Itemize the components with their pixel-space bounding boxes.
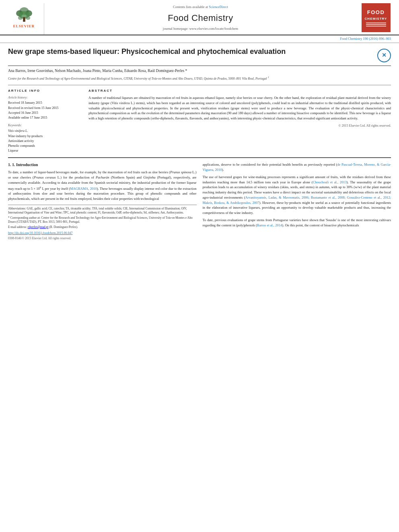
logo-decorative-lines <box>366 23 386 27</box>
svg-point-5 <box>18 16 22 20</box>
ref-depascual: de Pascual-Teresa, Moreno, & García-Vigu… <box>203 162 391 172</box>
food-chemistry-logo: FOOD CHEMISTRY <box>357 3 391 35</box>
affiliation-text: Centre for the Research and Technology o… <box>8 77 267 80</box>
keyword-1: Vitis vinifera L. <box>8 129 82 133</box>
magrama-ref: MAGRAMA, 2010 <box>70 186 97 190</box>
intro-right-paragraph-2: The use of harvested grapes for wine-mak… <box>203 175 391 216</box>
authors-line: Ana Barros, Irene Gouvinhas, Nelson Mach… <box>8 68 391 74</box>
info-abstract-section: ARTICLE INFO Article history: Received 1… <box>8 85 391 153</box>
keyword-4: Phenolic compounds <box>8 144 82 148</box>
ref-arvanitoyannis: Arvanitoyannis, Ladas, & Mavromatis, 200… <box>203 195 391 205</box>
footer-copyright: 0308-8146/© 2015 Elsevier Ltd. All right… <box>8 236 197 241</box>
sciencedirect-link[interactable]: ScienceDirect <box>209 5 228 9</box>
main-two-col: 1. 1. Introduction To date, a number of … <box>8 162 391 241</box>
available-date: Available online 17 June 2015 <box>8 115 82 120</box>
received-revised-date: Received in revised form 15 June 2015 <box>8 106 82 110</box>
corresponding-footnote: * Corresponding author at: Centre for th… <box>8 216 197 224</box>
ref-barros: Barros et al., 2014 <box>257 223 282 227</box>
logo-food-word: FOOD <box>367 9 385 16</box>
authors-text: Ana Barros, Irene Gouvinhas, Nelson Mach… <box>8 69 187 73</box>
author-email[interactable]: rdperles@utad.pt <box>28 225 49 229</box>
keywords-section: Keywords: Vitis vinifera L. Wine-industr… <box>8 123 82 153</box>
crossmark-circle: ✕ <box>377 49 391 62</box>
citation-text: Food Chemistry 190 (2016) 896–903 <box>340 37 391 41</box>
article-info-col: ARTICLE INFO Article history: Received 1… <box>8 88 82 153</box>
keywords-label: Keywords: <box>8 123 82 127</box>
logo-box: FOOD CHEMISTRY <box>362 3 391 32</box>
journal-header: ELSEVIER Contents lists available at Sci… <box>0 0 399 35</box>
main-right-col: applications, deserve to be considered f… <box>203 162 391 241</box>
svg-point-6 <box>25 16 30 20</box>
received-date: Received 18 January 2015 <box>8 101 82 105</box>
article-title: New grape stems-based liqueur: Physicoch… <box>8 47 375 56</box>
journal-center: Contents lists available at ScienceDirec… <box>44 3 357 35</box>
elsevier-logo: ELSEVIER <box>8 3 44 35</box>
main-left-col: 1. 1. Introduction To date, a number of … <box>8 162 197 241</box>
article-title-section: New grape stems-based liqueur: Physicoch… <box>8 47 391 66</box>
keyword-2: Wine-industry by-products <box>8 134 82 138</box>
abstract-text: A number of traditional liqueurs are obt… <box>88 95 391 121</box>
article-body: New grape stems-based liqueur: Physicoch… <box>0 43 399 245</box>
keyword-3: Antioxidant activity <box>8 139 82 143</box>
intro-right-paragraph-1: applications, deserve to be considered f… <box>203 162 391 173</box>
copyright-line: © 2015 Elsevier Ltd. All rights reserved… <box>88 123 391 128</box>
svg-rect-4 <box>23 17 25 22</box>
accepted-date: Accepted 16 June 2015 <box>8 111 82 115</box>
journal-title: Food Chemistry <box>168 12 233 25</box>
intro-heading: 1. 1. Introduction <box>8 162 197 168</box>
sciencedirect-line: Contents lists available at ScienceDirec… <box>173 5 228 10</box>
section-divider <box>8 157 391 158</box>
page: ELSEVIER Contents lists available at Sci… <box>0 0 399 532</box>
citation-bar: Food Chemistry 190 (2016) 896–903 <box>0 35 399 43</box>
affiliation-line: Centre for the Research and Technology o… <box>8 75 391 81</box>
abstract-heading: ABSTRACT <box>88 88 391 93</box>
article-info-heading: ARTICLE INFO <box>8 88 82 93</box>
keyword-5: Liqueur <box>8 148 82 153</box>
elsevier-brand-text: ELSEVIER <box>13 24 35 29</box>
abbreviations-footnote: Abbreviations: GAE, gallic acid; CE, cat… <box>8 207 197 215</box>
footer-links: http://dx.doi.org/10.1016/j.foodchem.201… <box>8 231 197 235</box>
crossmark-badge: ✕ <box>375 47 391 62</box>
ref-chouchouli: Chouchouli et al., 2013 <box>313 180 347 184</box>
intro-paragraph-1: To date, a number of liquor-based bevera… <box>8 170 197 201</box>
affiliation-superscript: 1 <box>267 76 269 78</box>
intro-right-paragraph-3: To date, previous evaluations of grape s… <box>203 218 391 228</box>
journal-homepage: journal homepage: www.elsevier.com/locat… <box>163 27 238 31</box>
footnote-section: Abbreviations: GAE, gallic acid; CE, cat… <box>8 205 197 241</box>
abstract-col: ABSTRACT A number of traditional liqueur… <box>88 88 391 153</box>
article-history-label: Article history: <box>8 95 82 100</box>
doi-link[interactable]: http://dx.doi.org/10.1016/j.foodchem.201… <box>8 231 197 235</box>
logo-chemistry-word: CHEMISTRY <box>365 16 387 21</box>
email-footnote: E-mail address: rdperles@utad.pt (R. Dom… <box>8 225 197 230</box>
